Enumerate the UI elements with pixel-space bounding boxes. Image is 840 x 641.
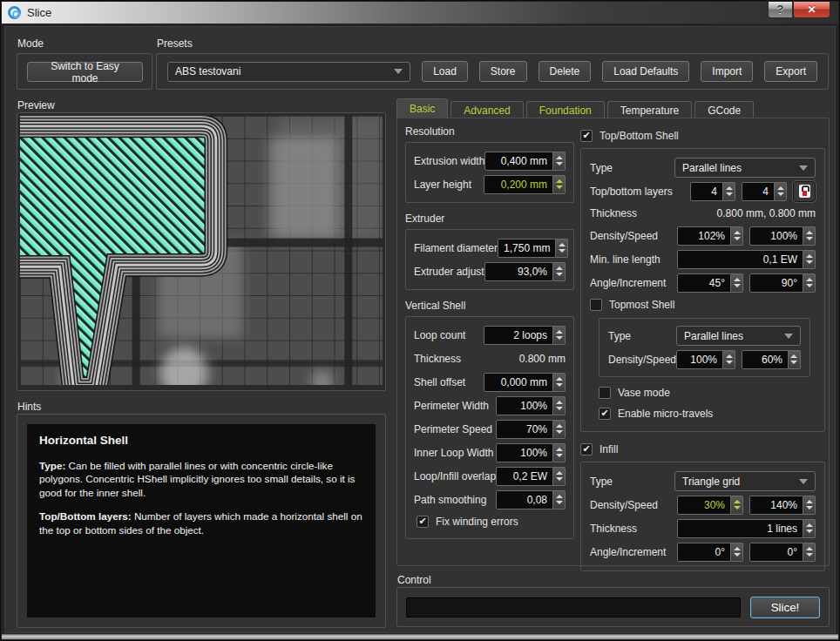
inner-loop-width-spinner[interactable] xyxy=(553,443,566,462)
perimeter-width-field[interactable]: 100% xyxy=(496,396,566,415)
spinner-up-icon[interactable] xyxy=(777,186,784,190)
tbs-speed-field[interactable]: 100% xyxy=(749,226,816,246)
perimeter-speed-spinner[interactable] xyxy=(553,420,566,439)
tbs-increment-spinner[interactable] xyxy=(803,273,816,293)
spinner-down-icon[interactable] xyxy=(556,454,563,457)
load-defaults-button[interactable]: Load Defaults xyxy=(602,61,689,82)
spinner-up-icon[interactable] xyxy=(806,278,813,281)
perimeter-width-spinner[interactable] xyxy=(553,396,566,415)
tbs-density-spinner[interactable] xyxy=(731,226,743,246)
spinner-down-icon[interactable] xyxy=(806,530,813,533)
spinner-up-icon[interactable] xyxy=(734,547,741,550)
topmost-shell-checkbox[interactable]: Topmost Shell xyxy=(590,294,816,315)
spinner-down-icon[interactable] xyxy=(790,361,797,364)
tbs-density-field[interactable]: 102% xyxy=(677,226,743,246)
perimeter-speed-field[interactable]: 70% xyxy=(496,420,566,439)
spinner-down-icon[interactable] xyxy=(734,284,741,287)
spinner-up-icon[interactable] xyxy=(556,267,563,270)
loop-count-spinner[interactable] xyxy=(553,326,566,345)
loop-count-field[interactable]: 2 loops xyxy=(484,326,566,345)
tab-basic[interactable]: Basic xyxy=(396,98,448,118)
store-button[interactable]: Store xyxy=(479,61,527,82)
layer-height-field[interactable]: 0,200 mm xyxy=(484,175,566,194)
spinner-down-icon[interactable] xyxy=(726,192,733,196)
spinner-up-icon[interactable] xyxy=(556,401,563,404)
filament-diameter-field[interactable]: 1,750 mm xyxy=(498,239,568,258)
spinner-up-icon[interactable] xyxy=(556,179,563,183)
spinner-down-icon[interactable] xyxy=(556,501,563,504)
spinner-up-icon[interactable] xyxy=(726,186,733,190)
infill-increment-field[interactable]: 0° xyxy=(749,543,816,562)
spinner-up-icon[interactable] xyxy=(556,377,563,381)
tbs-angle-field[interactable]: 45° xyxy=(677,273,743,293)
spinner-up-icon[interactable] xyxy=(806,500,813,503)
extruder-adjust-field[interactable]: 93,0% xyxy=(484,262,566,281)
tab-advanced[interactable]: Advanced xyxy=(450,101,523,118)
spinner-down-icon[interactable] xyxy=(806,553,813,557)
spinner-up-icon[interactable] xyxy=(734,278,741,281)
tab-gcode[interactable]: GCode xyxy=(694,101,754,118)
spinner-down-icon[interactable] xyxy=(806,284,813,287)
help-button[interactable]: ? xyxy=(768,2,793,18)
spinner-up-icon[interactable] xyxy=(806,231,813,234)
spinner-down-icon[interactable] xyxy=(556,162,563,165)
lock-layers-button[interactable] xyxy=(793,181,816,202)
extruder-adjust-spinner[interactable] xyxy=(553,262,566,281)
topmost-type-select[interactable]: Parallel lines xyxy=(676,326,801,346)
close-button[interactable]: ✕ xyxy=(793,2,830,18)
topmost-speed-spinner[interactable] xyxy=(789,350,801,369)
spinner-up-icon[interactable] xyxy=(556,448,563,451)
loop-infill-overlap-field[interactable]: 0,2 EW xyxy=(496,467,566,486)
spinner-down-icon[interactable] xyxy=(734,237,741,240)
tbs-layers-top-field[interactable]: 4 xyxy=(690,182,735,201)
tbs-layers-top-spinner[interactable] xyxy=(723,182,735,201)
switch-easy-mode-button[interactable]: Switch to Easy mode xyxy=(27,62,143,82)
topmost-speed-field[interactable]: 60% xyxy=(742,350,801,369)
infill-type-select[interactable]: Triangle grid xyxy=(674,471,816,491)
spinner-down-icon[interactable] xyxy=(806,237,813,240)
infill-angle-spinner[interactable] xyxy=(731,543,743,562)
infill-checkbox[interactable]: ✔ Infill xyxy=(580,439,825,460)
title-bar[interactable]: Slice ? ✕ xyxy=(2,2,838,24)
shell-offset-field[interactable]: 0,000 mm xyxy=(484,373,566,392)
spinner-up-icon[interactable] xyxy=(734,231,741,234)
extrusion-width-field[interactable]: 0,400 mm xyxy=(484,152,566,171)
tbs-min-line-length-field[interactable]: 0,1 EW xyxy=(677,250,816,269)
vase-mode-checkbox[interactable]: Vase mode xyxy=(599,382,816,403)
spinner-up-icon[interactable] xyxy=(806,547,813,550)
spinner-up-icon[interactable] xyxy=(734,500,741,503)
spinner-down-icon[interactable] xyxy=(777,192,784,196)
spinner-down-icon[interactable] xyxy=(734,506,741,509)
extrusion-width-spinner[interactable] xyxy=(553,152,566,171)
fix-winding-errors-checkbox[interactable]: ✔ Fix winding errors xyxy=(417,511,566,532)
slice-button[interactable]: Slice! xyxy=(750,597,820,618)
tbs-layers-bottom-spinner[interactable] xyxy=(775,182,787,201)
spinner-down-icon[interactable] xyxy=(556,477,563,481)
tbs-speed-spinner[interactable] xyxy=(803,226,816,246)
tbs-layers-bottom-field[interactable]: 4 xyxy=(742,182,787,201)
spinner-down-icon[interactable] xyxy=(806,506,813,509)
load-button[interactable]: Load xyxy=(422,61,468,82)
spinner-down-icon[interactable] xyxy=(556,383,563,387)
preset-select[interactable]: ABS testovani xyxy=(167,62,410,82)
tbs-angle-spinner[interactable] xyxy=(731,273,743,293)
spinner-down-icon[interactable] xyxy=(556,407,563,410)
infill-speed-field[interactable]: 140% xyxy=(749,496,816,515)
spinner-down-icon[interactable] xyxy=(726,361,733,364)
path-smoothing-spinner[interactable] xyxy=(553,490,566,509)
topmost-density-field[interactable]: 100% xyxy=(676,350,735,369)
infill-increment-spinner[interactable] xyxy=(803,543,816,562)
inner-loop-width-field[interactable]: 100% xyxy=(496,443,566,462)
import-button[interactable]: Import xyxy=(701,61,753,82)
spinner-down-icon[interactable] xyxy=(556,186,563,189)
spinner-up-icon[interactable] xyxy=(556,330,563,334)
spinner-down-icon[interactable] xyxy=(734,553,741,557)
path-smoothing-field[interactable]: 0,08 xyxy=(496,490,566,509)
spinner-up-icon[interactable] xyxy=(806,254,813,258)
spinner-down-icon[interactable] xyxy=(556,336,563,340)
infill-density-spinner[interactable] xyxy=(731,496,743,515)
delete-button[interactable]: Delete xyxy=(539,61,592,82)
infill-thickness-spinner[interactable] xyxy=(803,519,816,538)
top-bottom-shell-checkbox[interactable]: ✔ Top/Bottom Shell xyxy=(580,125,825,146)
tbs-min-line-length-spinner[interactable] xyxy=(803,250,816,269)
